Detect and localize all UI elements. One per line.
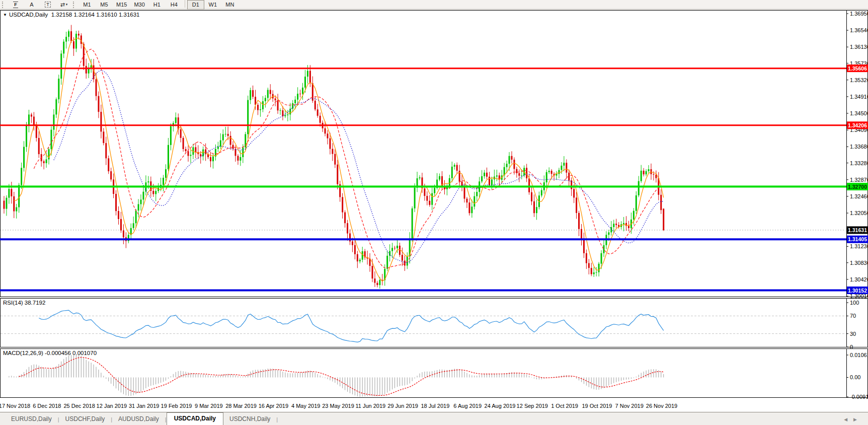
date-label[interactable]: 6 Aug 2019	[453, 403, 482, 409]
tab-usdcnh[interactable]: USDCNH,Daily	[223, 413, 276, 425]
macd-tick-label: 0.010615	[850, 352, 868, 358]
chart-ohlc-values: 1.32158 1.32164 1.31610 1.31631	[51, 12, 140, 18]
date-label[interactable]: 12 Jan 2019	[97, 403, 127, 409]
date-label[interactable]: 4 May 2019	[291, 403, 320, 409]
date-label[interactable]: 18 Jul 2019	[421, 403, 449, 409]
timeframe-button-w1[interactable]: W1	[204, 0, 221, 10]
timeframe-button-h1[interactable]: H1	[148, 0, 166, 10]
chart-title: ▼USDCAD,Daily 1.32158 1.32164 1.31610 1.…	[3, 12, 140, 18]
tab-scroll-left-icon[interactable]: ◀	[844, 417, 853, 422]
rsi-tick-label: 30	[850, 331, 856, 337]
timeframe-button-h4[interactable]: H4	[166, 0, 183, 10]
price-tick-label: 1.33680	[850, 144, 868, 150]
label-tool-button[interactable]: T	[40, 0, 56, 10]
price-tick-label: 1.31230	[850, 243, 868, 249]
date-label[interactable]: 19 Feb 2019	[161, 403, 192, 409]
date-label[interactable]: 9 Mar 2019	[195, 403, 223, 409]
date-label[interactable]: 29 Jun 2019	[387, 403, 418, 409]
tab-separator: |	[276, 416, 278, 425]
level-label-1.31405-text: 1.31405	[848, 236, 867, 242]
date-label[interactable]: 1 Oct 2019	[551, 403, 578, 409]
rsi-tick-label: 70	[850, 313, 856, 319]
rsi-tick-label: 100	[850, 300, 859, 306]
label-icon: T	[45, 2, 51, 8]
timeframe-button-m5[interactable]: M5	[96, 0, 113, 10]
date-label[interactable]: 19 Oct 2019	[582, 403, 612, 409]
rsi-panel[interactable]	[1, 299, 868, 347]
timeframe-button-mn[interactable]: MN	[221, 0, 239, 10]
date-label[interactable]: 25 Dec 2018	[63, 403, 95, 409]
timeframe-button-m1[interactable]: M1	[78, 0, 96, 10]
price-tick-label: 1.35320	[850, 77, 868, 83]
timeframe-group: M1M5M15M30H1H4D1W1MN	[78, 0, 239, 10]
symbol-tabs: EURUSD,Daily|USDCHF,Daily|AUDUSD,Daily|U…	[5, 412, 278, 425]
main-chart-panel[interactable]	[1, 11, 868, 297]
tab-audusd[interactable]: AUDUSD,Daily	[112, 413, 165, 425]
date-label[interactable]: 7 Nov 2019	[615, 403, 644, 409]
current-price-label-text: 1.31631	[848, 227, 867, 233]
level-label-1.35606-text: 1.35606	[848, 65, 867, 72]
date-label[interactable]: 12 Sep 2019	[517, 403, 548, 409]
text-tool-button[interactable]: A	[24, 0, 40, 10]
date-label[interactable]: 31 Jan 2019	[129, 403, 160, 409]
date-label[interactable]: 23 May 2019	[322, 403, 354, 409]
timeframe-button-m15[interactable]: M15	[113, 0, 130, 10]
chart-symbol-period: USDCAD,Daily	[9, 12, 48, 18]
timeframe-button-m30[interactable]: M30	[130, 0, 148, 10]
toolbar-grip[interactable]	[2, 2, 5, 8]
price-chart-canvas[interactable]: 1.369501.365401.361301.357301.353201.349…	[0, 0, 868, 425]
tab-usdchf[interactable]: USDCHF,Daily	[59, 413, 111, 425]
price-tick-label: 1.36540	[850, 27, 868, 33]
rsi-tick-label: 0	[850, 344, 853, 350]
collapse-arrow-icon[interactable]: ▼	[3, 13, 7, 17]
macd-indicator-label: MACD(12,26,9) -0.000456 0.001070	[3, 350, 97, 356]
tab-scroll-right-icon[interactable]: ▶	[853, 417, 863, 422]
price-tick-label: 1.34500	[850, 110, 868, 116]
toolbar-grip-2[interactable]	[73, 2, 76, 8]
price-tick-label: 1.34910	[850, 94, 868, 100]
shapes-tool-button[interactable]: ⇄ ▾	[56, 0, 72, 10]
level-label-1.30152-text: 1.30152	[848, 288, 867, 294]
macd-tick-label: 0.00	[850, 374, 860, 380]
text-icon: A	[30, 2, 33, 8]
price-tick-label: 1.32870	[850, 177, 868, 183]
price-tick-label: 1.33280	[850, 160, 868, 166]
price-tick-label: 1.36130	[850, 44, 868, 50]
macd-tick-label: -0.009185	[850, 394, 868, 400]
fibonacci-icon: F	[13, 2, 18, 8]
toolbar-separator	[185, 0, 185, 8]
fibonacci-tool-button[interactable]: F	[8, 0, 24, 10]
symbol-tabbar: EURUSD,Daily|USDCHF,Daily|AUDUSD,Daily|U…	[0, 412, 868, 425]
price-tick-label: 1.36950	[850, 11, 868, 17]
date-label[interactable]: 16 Apr 2019	[259, 403, 288, 409]
rsi-indicator-label: RSI(14) 38.7192	[3, 300, 45, 306]
chevron-down-icon: ▾	[66, 3, 68, 7]
date-label[interactable]: 17 Nov 2018	[0, 403, 30, 409]
price-tick-label: 1.32460	[850, 193, 868, 199]
toolbar: F A T ⇄ ▾ M1M5M15M30H1H4D1W1MN	[0, 0, 868, 10]
date-label[interactable]: 26 Nov 2019	[646, 403, 677, 409]
level-label-1.32700-text: 1.32700	[848, 184, 867, 190]
date-label[interactable]: 24 Aug 2019	[485, 403, 516, 409]
price-tick-label: 1.30830	[850, 260, 868, 266]
tab-scroll-arrows: ◀▶	[844, 417, 863, 422]
date-label[interactable]: 28 Mar 2019	[225, 403, 257, 409]
arrows-icon: ⇄	[60, 2, 65, 8]
price-tick-label: 1.30420	[850, 276, 868, 282]
level-label-1.34206-text: 1.34206	[848, 122, 867, 128]
price-tick-label: 1.32050	[850, 210, 868, 216]
tab-eurusd[interactable]: EURUSD,Daily	[5, 413, 58, 425]
timeframe-button-d1[interactable]: D1	[187, 0, 204, 10]
tab-usdcad[interactable]: USDCAD,Daily	[167, 412, 223, 425]
date-label[interactable]: 6 Dec 2018	[33, 403, 61, 409]
date-label[interactable]: 11 Jun 2019	[355, 403, 385, 409]
